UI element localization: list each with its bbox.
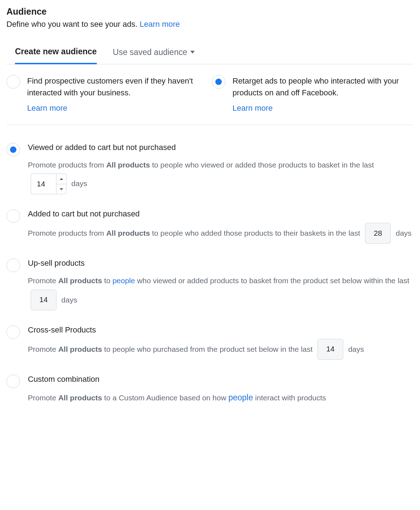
retarget-text: Retarget ads to people who interacted wi… [232,75,414,114]
upsell-description: Promote All products to people who viewe… [28,272,414,310]
text: Promote products from [28,229,106,237]
people-link[interactable]: people [112,276,135,285]
retarget-learn-more-link[interactable]: Learn more [232,102,414,114]
days-value-box[interactable]: 14 [318,339,343,360]
text: days [394,229,411,237]
text: days [59,295,77,304]
text: to people who purchased from the product… [102,345,315,353]
radio-custom[interactable] [6,375,20,388]
text: to people who viewed or added those prod… [150,161,374,169]
text: who viewed or added products to basket f… [135,276,409,285]
days-value-box[interactable]: 14 [31,290,56,310]
section-description: Define who you want to see your ads. Lea… [6,20,414,29]
prospective-learn-more-link[interactable]: Learn more [27,102,208,114]
text: to a Custom Audience based on how [102,394,229,402]
radio-added-cart[interactable] [6,209,20,223]
option-prospective-customers[interactable]: Find prospective customers even if they … [6,75,208,114]
section-title: Audience [6,6,414,17]
text: to people who added those products to th… [150,229,362,237]
learn-more-link[interactable]: Learn more [140,20,180,29]
option-upsell[interactable]: Up-sell products Promote All products to… [6,259,414,310]
text: Promote [28,394,58,402]
tab-create-new-audience[interactable]: Create new audience [15,43,97,64]
radio-upsell[interactable] [6,259,20,272]
added-cart-description: Promote products from All products to pe… [28,223,411,244]
text: Promote [28,345,58,353]
option-viewed-or-added-cart[interactable]: Viewed or added to cart but not purchase… [6,143,414,194]
retarget-options-group: Viewed or added to cart but not purchase… [6,143,414,407]
prospective-description: Find prospective customers even if they … [27,76,193,97]
text: days [69,179,87,188]
tab-saved-label: Use saved audience [113,48,187,57]
option-crosssell[interactable]: Cross-sell Products Promote All products… [6,325,414,360]
option-retarget[interactable]: Retarget ads to people who interacted wi… [212,75,414,114]
all-products-label: All products [58,276,102,285]
chevron-down-icon [190,51,195,54]
text: to [102,276,112,285]
crosssell-description: Promote All products to people who purch… [28,339,364,360]
text: Promote [28,276,58,285]
option-custom-combination[interactable]: Custom combination Promote All products … [6,375,414,407]
stepper-up-button[interactable] [56,174,66,184]
text: Promote products from [28,161,106,169]
stepper-down-button[interactable] [56,184,66,194]
tab-use-saved-audience[interactable]: Use saved audience [113,43,195,64]
prospective-text: Find prospective customers even if they … [27,75,208,114]
viewed-cart-title: Viewed or added to cart but not purchase… [28,143,414,152]
days-value-box[interactable]: 28 [365,223,391,244]
custom-description: Promote All products to a Custom Audienc… [28,388,326,407]
custom-title: Custom combination [28,375,326,384]
text: days [346,345,364,353]
caret-up-icon [60,178,63,180]
radio-retarget[interactable] [212,75,225,89]
caret-down-icon [60,188,63,190]
all-products-label: All products [106,161,150,169]
days-stepper[interactable] [31,174,66,194]
text: interact with products [253,394,326,402]
section-description-text: Define who you want to see your ads. [6,20,140,29]
people-link[interactable]: people [228,393,253,402]
all-products-label: All products [58,394,102,402]
audience-tabs: Create new audience Use saved audience [6,43,414,64]
radio-prospective[interactable] [6,75,20,89]
retarget-description: Retarget ads to people who interacted wi… [232,76,399,97]
audience-type-group: Find prospective customers even if they … [6,75,414,125]
days-input[interactable] [31,174,56,194]
viewed-cart-description: Promote products from All products to pe… [28,156,414,194]
crosssell-title: Cross-sell Products [28,325,364,335]
added-cart-title: Added to cart but not purchased [28,209,411,219]
upsell-title: Up-sell products [28,259,414,268]
all-products-label: All products [58,345,102,353]
radio-crosssell[interactable] [6,325,20,339]
all-products-label: All products [106,229,150,237]
radio-viewed-cart[interactable] [6,143,20,156]
option-added-cart[interactable]: Added to cart but not purchased Promote … [6,209,414,244]
